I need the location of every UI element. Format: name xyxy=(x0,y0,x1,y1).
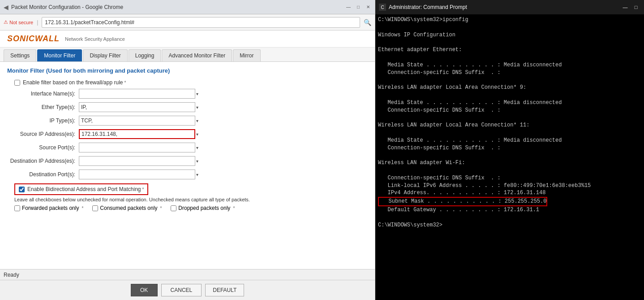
help-icon-con: * xyxy=(160,206,162,211)
forwarded-label: Forwarded packets only xyxy=(22,205,79,211)
cmd-minimize-button[interactable]: — xyxy=(621,3,630,12)
cmd-line: Link-local IPv6 Address . . . . . : fe80… xyxy=(378,182,641,190)
cmd-line xyxy=(378,24,641,31)
url-input[interactable] xyxy=(42,17,360,28)
source-ip-label: Source IP Address(es): xyxy=(7,131,79,137)
help-icon-bi: * xyxy=(142,187,144,192)
source-ip-row: Source IP Address(es): ▾ xyxy=(7,129,368,139)
cmd-line: Windows IP Configuration xyxy=(378,31,641,39)
ether-type-row: Ether Type(s): ▾ xyxy=(7,102,368,113)
forwarded-packets-item: Forwarded packets only * xyxy=(14,205,83,211)
cmd-line: Connection-specific DNS Suffix . : xyxy=(378,69,641,77)
tab-advanced-monitor-filter[interactable]: Advanced Monitor Filter xyxy=(162,49,232,61)
enable-filter-label: Enable filter based on the firewall/app … xyxy=(23,79,123,86)
cmd-line: Wireless LAN adapter Local Area Connecti… xyxy=(378,122,641,129)
tab-logging[interactable]: Logging xyxy=(129,49,161,61)
tab-settings[interactable]: Settings xyxy=(4,49,36,61)
source-ip-arrow[interactable]: ▾ xyxy=(196,132,198,137)
source-ip-input[interactable] xyxy=(79,129,195,139)
source-port-row: Source Port(s): ▾ xyxy=(7,142,368,153)
cmd-line: Wireless LAN adapter Wi-Fi: xyxy=(378,159,641,167)
dropped-checkbox[interactable] xyxy=(171,205,176,211)
cmd-titlebar-left: C Administrator: Command Prompt xyxy=(379,4,467,11)
cmd-line: Connection-specific DNS Suffix . : xyxy=(378,144,641,152)
help-icon-drp: * xyxy=(233,206,235,211)
cmd-icon: C xyxy=(379,4,386,11)
cmd-title: Administrator: Command Prompt xyxy=(389,4,467,10)
bidirectional-row: Enable Bidirectional Address and Port Ma… xyxy=(14,183,148,195)
titlebar-left: ◀ Packet Monitor Configuration - Google … xyxy=(4,4,123,11)
close-button[interactable]: ✕ xyxy=(365,4,371,10)
cancel-button[interactable]: CANCEL xyxy=(161,284,202,296)
ip-type-input[interactable] xyxy=(79,116,195,126)
sonicwall-subtitle: Network Security Appliance xyxy=(65,36,125,42)
back-icon[interactable]: ◀ xyxy=(4,4,9,11)
dest-ip-row: Destination IP Address(es): ▾ xyxy=(7,156,368,166)
forwarded-checkbox[interactable] xyxy=(14,205,20,211)
ipv4-highlighted-line: Subnet Mask . . . . . . . . . . . : 255.… xyxy=(378,197,547,206)
dest-port-arrow[interactable]: ▾ xyxy=(196,172,198,177)
browser-window: ◀ Packet Monitor Configuration - Google … xyxy=(0,0,375,300)
consumed-checkbox[interactable] xyxy=(92,205,98,211)
cmd-line: IPv4 Address. . . . . . . . . . . : 172.… xyxy=(378,189,641,197)
cmd-content: C:\WINDOWS\system32>ipconfig Windows IP … xyxy=(375,14,644,300)
consumed-label: Consumed packets only xyxy=(100,205,157,211)
cmd-line xyxy=(378,152,641,159)
cmd-line: Media State . . . . . . . . . . . : Medi… xyxy=(378,137,641,144)
warning-icon: ⚠ xyxy=(4,19,8,25)
form-area: Monitor Filter (Used for both mirroring … xyxy=(0,62,375,269)
bidirectional-checkbox[interactable] xyxy=(19,187,25,192)
cmd-line: C:\WINDOWS\system32>ipconfig xyxy=(378,16,641,24)
tab-display-filter[interactable]: Display Filter xyxy=(83,49,127,61)
cmd-maximize-button[interactable]: □ xyxy=(631,3,640,12)
source-port-input[interactable] xyxy=(79,143,195,152)
sonicwall-header: SONICWALL Network Security Appliance xyxy=(0,30,375,48)
cmd-line: Wireless LAN adapter Local Area Connecti… xyxy=(378,84,641,91)
cmd-line: Ethernet adapter Ethernet: xyxy=(378,46,641,54)
footer-buttons: OK CANCEL DEFAULT xyxy=(0,280,375,300)
cmd-line: Media State . . . . . . . . . . . : Medi… xyxy=(378,61,641,69)
dropped-label: Dropped packets only xyxy=(178,205,230,211)
dest-ip-input[interactable] xyxy=(79,156,195,166)
cmd-line: Connection-specific DNS Suffix . : xyxy=(378,174,641,182)
dropped-packets-item: Dropped packets only * xyxy=(171,205,235,211)
dest-port-input[interactable] xyxy=(79,170,195,179)
dest-port-label: Destination Port(s): xyxy=(7,171,79,178)
status-text: Ready xyxy=(4,272,19,278)
ip-type-arrow[interactable]: ▾ xyxy=(196,118,198,123)
source-port-label: Source Port(s): xyxy=(7,144,79,151)
tab-mirror[interactable]: Mirror xyxy=(233,49,260,61)
not-secure-label: Not secure xyxy=(9,20,33,25)
minimize-button[interactable]: — xyxy=(345,4,352,10)
cmd-line xyxy=(378,129,641,137)
dest-ip-arrow[interactable]: ▾ xyxy=(196,159,198,164)
cmd-line: C:\WINDOWS\system32> xyxy=(378,222,641,229)
search-icon[interactable]: 🔍 xyxy=(364,19,371,26)
dest-port-row: Destination Port(s): ▾ xyxy=(7,169,368,180)
ether-type-label: Ether Type(s): xyxy=(7,104,79,110)
cmd-window: C Administrator: Command Prompt — □ C:\W… xyxy=(375,0,644,300)
enable-filter-checkbox[interactable] xyxy=(14,80,20,86)
cmd-line: Subnet Mask . . . . . . . . . . . : 255.… xyxy=(378,197,641,206)
interface-name-input[interactable] xyxy=(79,89,195,99)
interface-name-arrow[interactable]: ▾ xyxy=(196,91,198,96)
cmd-line xyxy=(378,91,641,99)
maximize-button[interactable]: □ xyxy=(355,4,361,10)
packet-type-row: Forwarded packets only * Consumed packet… xyxy=(7,205,368,211)
browser-titlebar: ◀ Packet Monitor Configuration - Google … xyxy=(0,0,375,14)
ip-type-row: IP Type(s): ▾ xyxy=(7,115,368,126)
tab-monitor-filter[interactable]: Monitor Filter xyxy=(37,49,82,61)
dest-ip-label: Destination IP Address(es): xyxy=(7,158,79,164)
cmd-line: Default Gateway . . . . . . . . . : 172.… xyxy=(378,206,641,214)
ok-button[interactable]: OK xyxy=(131,284,158,296)
not-secure-badge: ⚠ Not secure xyxy=(4,19,33,25)
cmd-line xyxy=(378,114,641,122)
ether-type-arrow[interactable]: ▾ xyxy=(196,105,198,110)
default-button[interactable]: DEFAULT xyxy=(205,284,244,296)
source-port-arrow[interactable]: ▾ xyxy=(196,145,198,150)
status-bar: Ready xyxy=(0,269,375,280)
ether-type-input[interactable] xyxy=(79,102,195,112)
cmd-line: Media State . . . . . . . . . . . : Medi… xyxy=(378,99,641,107)
help-icon-filter: * xyxy=(124,80,126,85)
bidirectional-label: Enable Bidirectional Address and Port Ma… xyxy=(27,186,141,192)
